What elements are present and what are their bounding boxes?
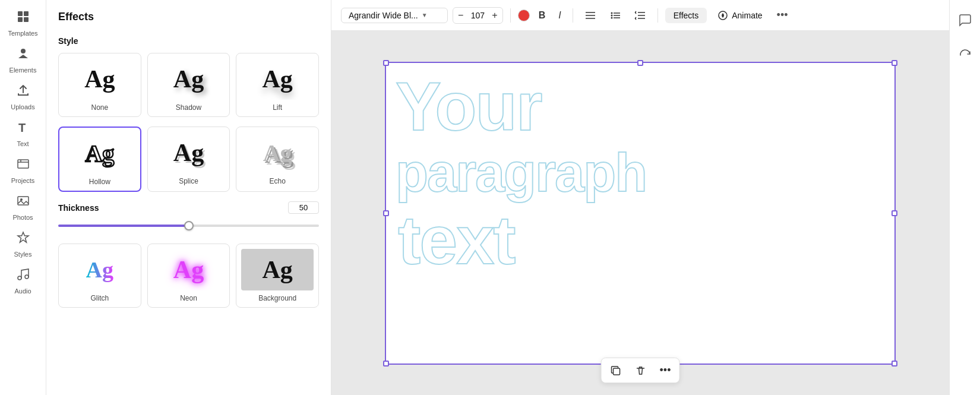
style-card-label-splice: Splice <box>179 177 198 185</box>
style-section-title: Style <box>58 36 319 46</box>
style-card-label-hollow: Hollow <box>89 178 110 186</box>
sep-2 <box>573 8 573 23</box>
style-preview-splice: Ag <box>153 132 225 173</box>
sidebar-item-audio[interactable]: Audio <box>0 263 46 299</box>
style-card-splice[interactable]: Ag Splice <box>147 127 230 192</box>
svg-rect-1 <box>24 11 29 16</box>
text-canvas[interactable]: Your paragraph text <box>385 62 896 365</box>
thickness-slider[interactable] <box>58 225 319 227</box>
style-preview-glitch: Ag <box>64 249 136 290</box>
svg-point-20 <box>611 14 612 16</box>
svg-point-13 <box>18 276 21 280</box>
svg-rect-2 <box>18 17 23 22</box>
canvas-bottom-actions: ••• <box>601 358 680 383</box>
canvas-more-button[interactable]: ••• <box>654 361 677 380</box>
canvas-copy-button[interactable] <box>604 361 628 380</box>
bold-button[interactable]: B <box>535 7 550 24</box>
sidebar-item-text[interactable]: T Text <box>0 115 46 152</box>
style-preview-lift: Ag <box>241 58 314 100</box>
svg-rect-7 <box>18 160 29 168</box>
italic-button[interactable]: I <box>554 7 565 24</box>
style-grid-bottom: Ag Hollow Ag Splice Ag Echo <box>58 127 319 192</box>
right-sidebar <box>949 0 980 395</box>
animate-button[interactable]: Animate <box>712 7 768 24</box>
style-card-lift[interactable]: Ag Lift <box>236 53 319 117</box>
audio-icon <box>16 267 30 285</box>
effects-panel-title: Effects <box>46 0 331 30</box>
thickness-header: Thickness <box>58 201 319 214</box>
sidebar-item-uploads[interactable]: Uploads <box>0 78 46 115</box>
right-refresh-button[interactable] <box>954 44 976 69</box>
font-selector[interactable]: Agrandir Wide Bl... ▼ <box>341 8 448 23</box>
style-card-hollow[interactable]: Ag Hollow <box>58 127 141 192</box>
style-card-glitch[interactable]: Ag Glitch <box>58 244 141 308</box>
list-button[interactable] <box>605 7 625 24</box>
canvas-text-line-3: text <box>396 203 515 278</box>
sidebar-item-label-audio: Audio <box>14 287 31 295</box>
text-color-picker[interactable] <box>518 10 530 21</box>
elements-icon <box>16 46 30 64</box>
sidebar-item-label-text: Text <box>17 140 29 147</box>
svg-text:T: T <box>18 121 26 134</box>
align-button[interactable] <box>580 7 600 24</box>
canvas-wrapper: Your paragraph text •• <box>331 31 949 395</box>
style-card-label-none: None <box>91 103 108 112</box>
style-card-shadow[interactable]: Ag Shadow <box>147 53 230 117</box>
toolbar: Agrandir Wide Bl... ▼ − 107 + B I <box>331 0 949 31</box>
sidebar-item-templates[interactable]: Templates <box>0 5 46 42</box>
style-card-background[interactable]: Ag Background <box>236 244 319 308</box>
style-card-label-shadow: Shadow <box>176 103 201 112</box>
style-card-label-background: Background <box>258 294 296 302</box>
sidebar-item-elements[interactable]: Elements <box>0 42 46 78</box>
svg-rect-28 <box>614 368 620 375</box>
effects-active-button[interactable]: Effects <box>665 8 707 23</box>
style-grid-top: Ag None Ag Shadow Ag Lift <box>58 53 319 117</box>
sidebar-item-photos[interactable]: Photos <box>0 189 46 226</box>
main-area: Agrandir Wide Bl... ▼ − 107 + B I <box>331 0 949 395</box>
sidebar-item-styles[interactable]: Styles <box>0 226 46 263</box>
style-card-label-lift: Lift <box>273 103 282 112</box>
thickness-slider-wrap <box>58 220 319 232</box>
style-card-none[interactable]: Ag None <box>58 53 141 117</box>
font-size-decrease[interactable]: − <box>456 9 466 22</box>
style-preview-background: Ag <box>241 249 314 290</box>
effects-panel-body: Style Ag None Ag Shadow <box>46 30 331 323</box>
left-sidebar: Templates Elements Uploads T Text <box>0 0 46 395</box>
sep-3 <box>657 8 658 23</box>
canvas-text-area: Your paragraph text <box>386 63 894 364</box>
svg-marker-12 <box>18 232 29 242</box>
more-options-button[interactable]: ••• <box>773 7 792 24</box>
style-card-neon[interactable]: Ag Neon <box>147 244 230 308</box>
sep-1 <box>510 8 511 23</box>
style-preview-neon: Ag <box>153 249 225 290</box>
svg-rect-3 <box>24 17 29 22</box>
sidebar-item-label-templates: Templates <box>8 30 37 37</box>
style-preview-hollow: Ag <box>64 132 135 174</box>
font-size-value: 107 <box>468 11 487 20</box>
style-card-echo[interactable]: Ag Echo <box>236 127 319 192</box>
photos-icon <box>16 194 30 211</box>
style-card-label-echo: Echo <box>269 177 285 185</box>
font-size-increase[interactable]: + <box>489 9 500 22</box>
styles-icon <box>16 230 30 248</box>
style-card-label-glitch: Glitch <box>90 294 109 302</box>
font-selector-chevron: ▼ <box>422 12 428 18</box>
style-preview-echo: Ag <box>241 132 314 173</box>
line-spacing-button[interactable] <box>630 7 650 24</box>
thickness-input[interactable] <box>288 201 319 214</box>
projects-icon <box>16 157 30 175</box>
svg-point-4 <box>21 49 26 53</box>
thickness-title: Thickness <box>58 203 99 213</box>
style-card-label-neon: Neon <box>180 294 197 302</box>
font-size-control: − 107 + <box>453 7 503 24</box>
sidebar-item-label-projects: Projects <box>11 177 35 184</box>
canvas-delete-button[interactable] <box>629 361 653 380</box>
templates-icon <box>16 10 30 27</box>
svg-point-14 <box>25 275 29 279</box>
svg-point-22 <box>611 17 612 18</box>
right-comment-button[interactable] <box>954 10 976 34</box>
sidebar-item-projects[interactable]: Projects <box>0 152 46 189</box>
uploads-icon <box>16 83 30 101</box>
text-icon: T <box>16 120 30 138</box>
style-preview-shadow: Ag <box>153 58 225 100</box>
